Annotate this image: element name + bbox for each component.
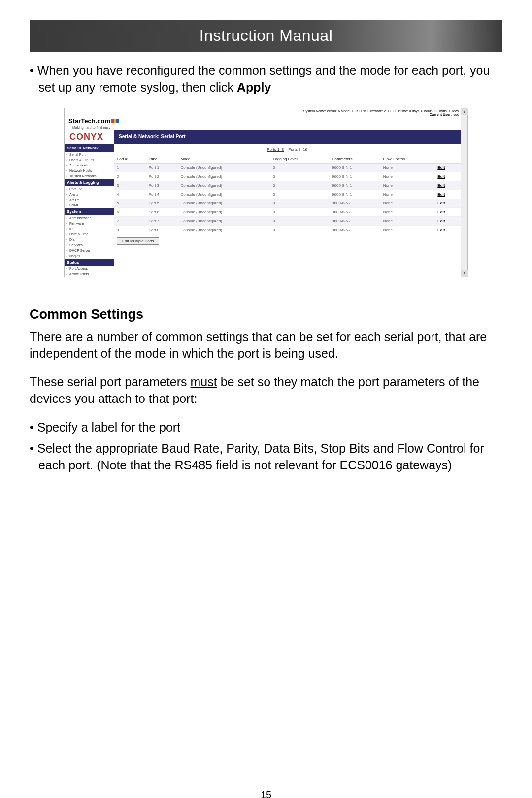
cell-port: 4 bbox=[114, 190, 146, 199]
sidebar-item-ip[interactable]: IP bbox=[65, 226, 114, 232]
sidebar-item-administration[interactable]: Administration bbox=[65, 215, 114, 221]
sidebar-item-authentication[interactable]: Authentication bbox=[65, 163, 114, 168]
sidebar-group-alerts-logging: Alerts & Logging bbox=[65, 179, 114, 186]
cell-mode: Console (Unconfigured) bbox=[178, 207, 270, 216]
table-row: 7Port 7Console (Unconfigured)09600-8-N-1… bbox=[114, 216, 461, 225]
cell-logging: 0 bbox=[270, 163, 329, 172]
section-heading: Common Settings bbox=[30, 307, 502, 322]
sidebar-item-nagios[interactable]: Nagios bbox=[65, 253, 114, 259]
col-logging: Logging Level bbox=[270, 155, 329, 164]
cell-params: 9600-8-N-1 bbox=[329, 190, 380, 199]
cell-params: 9600-8-N-1 bbox=[329, 207, 380, 216]
cell-params: 9600-8-N-1 bbox=[329, 172, 380, 181]
sidebar-group-status: Status bbox=[65, 259, 114, 266]
cell-mode: Console (Unconfigured) bbox=[178, 190, 270, 199]
scrollbar[interactable]: ▴ ▾ bbox=[461, 108, 467, 277]
sidebar-item-date-time[interactable]: Date & Time bbox=[65, 232, 114, 237]
bullet-2: Select the appropriate Baud Rate, Parity… bbox=[38, 440, 502, 474]
cell-flow: None bbox=[380, 163, 435, 172]
col-label: Label bbox=[146, 155, 178, 164]
brand-flag-icon bbox=[111, 119, 119, 123]
cell-flow: None bbox=[380, 181, 435, 190]
cell-mode: Console (Unconfigured) bbox=[178, 199, 270, 207]
cell-flow: None bbox=[380, 190, 435, 199]
cell-params: 9600-8-N-1 bbox=[329, 199, 380, 207]
cell-label: Port 2 bbox=[146, 172, 178, 181]
edit-link[interactable]: Edit bbox=[437, 219, 445, 223]
sidebar-item-dial[interactable]: Dial bbox=[65, 237, 114, 242]
cell-logging: 0 bbox=[270, 181, 329, 190]
table-row: 8Port 8Console (Unconfigured)09600-8-N-1… bbox=[114, 225, 461, 234]
cell-label: Port 5 bbox=[146, 199, 178, 207]
table-row: 2Port 2Console (Unconfigured)09600-8-N-1… bbox=[114, 172, 461, 181]
cell-params: 9600-8-N-1 bbox=[329, 225, 380, 234]
sidebar-item-firmware[interactable]: Firmware bbox=[65, 221, 114, 226]
sidebar-item-services[interactable]: Services bbox=[65, 242, 114, 248]
cell-params: 9600-8-N-1 bbox=[329, 181, 380, 190]
col-action bbox=[434, 155, 461, 164]
sidebar-item-dhcp-server[interactable]: DHCP Server bbox=[65, 248, 114, 253]
sidebar-item-port-access[interactable]: Port Access bbox=[65, 266, 114, 271]
table-header-row: Port # Label Mode Logging Level Paramete… bbox=[114, 155, 461, 164]
sidebar-item-snmp[interactable]: SNMP bbox=[65, 202, 114, 208]
bullet-1: Specify a label for the port bbox=[38, 419, 502, 436]
cell-label: Port 8 bbox=[146, 225, 178, 234]
section-p1: There are a number of common settings th… bbox=[30, 329, 502, 363]
cell-params: 9600-8-N-1 bbox=[329, 216, 380, 225]
ports-table: Port # Label Mode Logging Level Paramete… bbox=[114, 155, 461, 234]
cell-mode: Console (Unconfigured) bbox=[178, 172, 270, 181]
section-p2: These serial port parameters must be set… bbox=[30, 374, 502, 407]
cell-mode: Console (Unconfigured) bbox=[178, 181, 270, 190]
sidebar-item-network-hosts[interactable]: Network Hosts bbox=[65, 168, 114, 173]
status-line: System Name: ecs0016 Model: ECS00xx Firm… bbox=[65, 108, 467, 116]
p2-prefix: These serial port parameters bbox=[30, 375, 191, 389]
edit-link[interactable]: Edit bbox=[437, 166, 445, 170]
pager-right[interactable]: Ports 9–16 bbox=[288, 147, 307, 152]
sidebar-item-alerts[interactable]: Alerts bbox=[65, 192, 114, 197]
cell-mode: Console (Unconfigured) bbox=[178, 163, 270, 172]
table-row: 5Port 5Console (Unconfigured)09600-8-N-1… bbox=[114, 199, 461, 207]
table-row: 3Port 3Console (Unconfigured)09600-8-N-1… bbox=[114, 181, 461, 190]
p2-underline: must bbox=[191, 375, 217, 389]
cell-flow: None bbox=[380, 199, 435, 207]
cell-logging: 0 bbox=[270, 207, 329, 216]
edit-link[interactable]: Edit bbox=[437, 174, 445, 179]
cell-port: 1 bbox=[114, 163, 146, 172]
cell-params: 9600-8-N-1 bbox=[329, 163, 380, 172]
cell-port: 2 bbox=[114, 172, 146, 181]
current-user-label: Current User: bbox=[430, 113, 452, 116]
intro-list: When you have reconfigured the common se… bbox=[30, 63, 502, 96]
cell-port: 6 bbox=[114, 207, 146, 216]
cell-logging: 0 bbox=[270, 190, 329, 199]
product-logo: CONYX bbox=[65, 130, 114, 144]
sidebar-item-active-users[interactable]: Active Users bbox=[65, 271, 114, 277]
scroll-up-icon[interactable]: ▴ bbox=[461, 108, 468, 115]
sidebar-item-port-log[interactable]: Port Log bbox=[65, 186, 114, 192]
brand-logo: StarTech.com bbox=[68, 117, 119, 125]
sidebar-item-trusted-networks[interactable]: Trusted Networks bbox=[65, 173, 114, 179]
cell-logging: 0 bbox=[270, 216, 329, 225]
sidebar: Serial & Network Serial Port Users & Gro… bbox=[65, 144, 114, 277]
sidebar-item-serial-port[interactable]: Serial Port bbox=[65, 152, 114, 157]
port-pager: Ports 1–8 Ports 9–16 bbox=[114, 144, 461, 155]
status-text: System Name: ecs0016 Model: ECS00xx Firm… bbox=[303, 109, 459, 113]
edit-link[interactable]: Edit bbox=[437, 201, 445, 205]
sidebar-group-serial-network: Serial & Network bbox=[65, 144, 114, 152]
edit-link[interactable]: Edit bbox=[437, 228, 445, 232]
sidebar-item-smtp[interactable]: SMTP bbox=[65, 197, 114, 202]
cell-logging: 0 bbox=[270, 172, 329, 181]
table-row: 1Port 1Console (Unconfigured)09600-8-N-1… bbox=[114, 163, 461, 172]
sidebar-item-users-groups[interactable]: Users & Groups bbox=[65, 157, 114, 163]
intro-bold: Apply bbox=[237, 80, 271, 94]
edit-link[interactable]: Edit bbox=[437, 210, 445, 214]
edit-link[interactable]: Edit bbox=[437, 183, 445, 188]
pager-left[interactable]: Ports 1–8 bbox=[267, 147, 284, 152]
cell-port: 3 bbox=[114, 181, 146, 190]
cell-label: Port 6 bbox=[146, 207, 178, 216]
scroll-down-icon[interactable]: ▾ bbox=[461, 270, 468, 277]
edit-link[interactable]: Edit bbox=[437, 192, 445, 197]
cell-label: Port 4 bbox=[146, 190, 178, 199]
edit-multiple-ports-button[interactable]: Edit Multiple Ports bbox=[117, 237, 159, 245]
col-mode: Mode bbox=[178, 155, 270, 164]
cell-flow: None bbox=[380, 172, 435, 181]
